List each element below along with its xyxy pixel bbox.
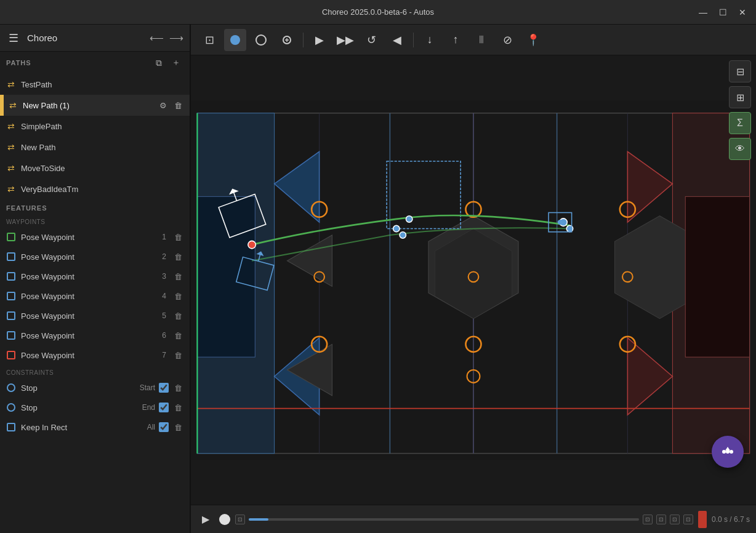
constraint-item-keepinrect[interactable]: Keep In Rect All 🗑 [0,417,190,437]
paths-section-title: PATHS [6,59,151,66]
paths-section-actions: ⧉ ＋ [151,55,183,70]
constraint-check-stop-start[interactable] [159,383,169,393]
path-item-testpath[interactable]: ⇄ TestPath ⚙ 🗑 [0,74,190,95]
undo-button[interactable]: ⟵ [148,30,165,47]
constraint-icon-keepinrect [5,421,17,433]
empty-tool-button[interactable] [276,29,298,51]
delete-newpath-button[interactable]: 🗑 [171,140,185,154]
right-panel: ⊟ ⊞ Σ 👁 [729,60,751,160]
timeline-waypoint-marker-5[interactable]: ⊡ [683,515,693,524]
delete-waypoint-7-button[interactable]: 🗑 [171,348,185,362]
delete-constraint-stop-end-button[interactable]: 🗑 [171,401,185,414]
waypoint-item-3[interactable]: Pose Waypoint 3 🗑 [0,266,190,286]
app-body: ☰ Choreo ⟵ ⟶ PATHS ⧉ ＋ ⇄ TestPath ⚙ 🗑 [0,25,756,533]
waypoint-item-6[interactable]: Pose Waypoint 6 🗑 [0,326,190,345]
add-path-button[interactable]: ＋ [169,55,183,70]
timeline-waypoint-marker-1[interactable]: ⊡ [235,515,245,524]
svg-point-46 [558,220,563,225]
timeline-waypoint-marker-2[interactable]: ⊡ [643,515,653,524]
sum-toggle-button[interactable]: Σ [729,112,751,134]
waypoint-item-1[interactable]: Pose Waypoint 1 🗑 [0,227,190,247]
timeline-controls: ⊡ ⊡ ⊡ ⊡ ⊡ [235,515,693,524]
minimize-button[interactable]: — [694,5,712,20]
path-name-simplepath: SimplePath [21,122,156,131]
play-next-button[interactable]: ▶ [308,29,331,51]
delete-testpath-button[interactable]: 🗑 [171,78,185,91]
active-indicator [2,95,4,116]
waypoint-item-2[interactable]: Pose Waypoint 2 🗑 [0,247,190,266]
play-pause-button[interactable]: ▶ [197,511,214,528]
hamburger-icon[interactable]: ☰ [5,30,22,47]
path-item-movetoside[interactable]: ⇄ MoveToSide ⚙ 🗑 [0,158,190,178]
delete-newpath1-button[interactable]: 🗑 [171,98,185,112]
maximize-button[interactable]: ☐ [714,5,731,20]
canvas-area[interactable]: ⊟ ⊞ Σ 👁 [191,55,756,505]
play-skip-button[interactable]: ▶▶ [334,29,356,51]
copy-paths-button[interactable]: ⧉ [151,55,166,70]
settings-verybadideatm-button[interactable]: ⚙ [156,182,170,196]
path-item-newpath1[interactable]: ⇄ New Path (1) ⚙ 🗑 [0,95,190,116]
svg-point-40 [393,225,400,231]
download-button[interactable]: ↓ [419,29,441,51]
delete-waypoint-5-button[interactable]: 🗑 [171,309,185,323]
path-name-newpath: New Path [21,143,156,152]
waypoint-num-1: 1 [162,233,166,241]
delete-movetoside-button[interactable]: 🗑 [171,161,185,175]
waypoint-icon-2 [5,250,17,263]
delete-waypoint-3-button[interactable]: 🗑 [171,270,185,283]
timeline-waypoint-marker-4[interactable]: ⊡ [670,515,680,524]
delete-waypoint-1-button[interactable]: 🗑 [171,230,185,244]
delete-constraint-keepinrect-button[interactable]: 🗑 [171,420,185,434]
delete-simplepath-button[interactable]: 🗑 [171,119,185,133]
settings-testpath-button[interactable]: ⚙ [156,78,170,91]
view-toggle-button[interactable]: ⊟ [729,60,751,82]
delete-waypoint-6-button[interactable]: 🗑 [171,329,185,342]
constraint-check-keepinrect[interactable] [159,422,169,432]
paths-section-header: PATHS ⧉ ＋ [0,52,190,74]
field-canvas [191,55,756,505]
timeline-end-marker[interactable] [698,511,707,528]
eye-toggle-button[interactable]: 👁 [729,138,751,160]
waypoint-icon-6 [5,329,17,342]
timeline-track[interactable] [249,518,639,521]
pose-tool-button[interactable] [224,29,246,51]
grid-toggle-button[interactable]: ⊞ [729,86,751,108]
delete-constraint-stop-start-button[interactable]: 🗑 [171,381,185,395]
toolbar: ⊡ ▶ ▶▶ ↺ ◀ ↓ ↑ ⫴ ⊘ 📍 [191,25,756,55]
menu-actions: ⟵ ⟶ [148,30,185,47]
fab-button[interactable] [712,436,744,468]
constraint-check-stop-end[interactable] [159,403,169,412]
waypoint-num-7: 7 [162,351,166,359]
path-item-simplepath[interactable]: ⇄ SimplePath ⚙ 🗑 [0,116,190,137]
delete-verybadideatm-button[interactable]: 🗑 [171,182,185,196]
path-item-verybadideatm[interactable]: ⇄ VeryBadIdeaTm ⚙ 🗑 [0,178,190,199]
stop-toolbar-button[interactable]: ⊘ [496,29,518,51]
timeline-waypoint-marker-3[interactable]: ⊡ [656,515,666,524]
constraint-name-stop-end: Stop [21,403,142,412]
constraint-item-stop-end[interactable]: Stop End 🗑 [0,398,190,417]
export-button[interactable]: ↑ [444,29,467,51]
delete-waypoint-2-button[interactable]: 🗑 [171,250,185,263]
waypoint-item-7[interactable]: Pose Waypoint 7 🗑 [0,345,190,365]
path-item-newpath[interactable]: ⇄ New Path ⚙ 🗑 [0,137,190,158]
loop-button[interactable]: ↺ [360,29,382,51]
path-name-verybadideatm: VeryBadIdeaTm [21,185,156,194]
translation-tool-button[interactable] [250,29,272,51]
select-tool-button[interactable]: ⊡ [198,29,220,51]
split-button[interactable]: ⫴ [470,29,493,51]
settings-newpath1-button[interactable]: ⚙ [156,98,170,112]
delete-waypoint-4-button[interactable]: 🗑 [171,289,185,303]
timeline-thumb[interactable] [219,514,230,525]
waypoint-item-5[interactable]: Pose Waypoint 5 🗑 [0,306,190,326]
waypoint-name-3: Pose Waypoint [21,272,162,281]
close-button[interactable]: ✕ [734,5,751,20]
settings-newpath-button[interactable]: ⚙ [156,140,170,154]
constraint-name-keepinrect: Keep In Rect [21,423,147,432]
settings-movetoside-button[interactable]: ⚙ [156,161,170,175]
reverse-button[interactable]: ◀ [386,29,408,51]
redo-button[interactable]: ⟶ [167,30,185,47]
constraint-item-stop-start[interactable]: Stop Start 🗑 [0,378,190,398]
waypoint-item-4[interactable]: Pose Waypoint 4 🗑 [0,286,190,306]
pin-button[interactable]: 📍 [522,29,544,51]
settings-simplepath-button[interactable]: ⚙ [156,119,170,133]
